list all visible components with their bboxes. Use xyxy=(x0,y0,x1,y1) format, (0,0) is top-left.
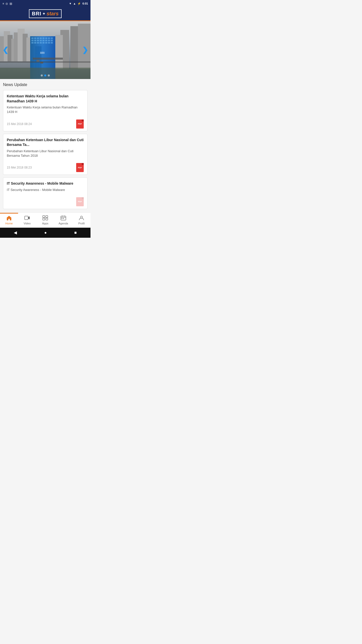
svg-rect-39 xyxy=(48,42,50,44)
news-card-1-pdf-icon[interactable]: PDF xyxy=(76,119,84,129)
pdf-label-3: PDF xyxy=(78,200,82,203)
nav-label-home: Home xyxy=(5,222,13,225)
agenda-icon xyxy=(61,215,66,221)
svg-rect-57 xyxy=(62,218,62,219)
news-card-2[interactable]: Perubahan Ketentuan Libur Nasional dan C… xyxy=(3,134,87,175)
message-icon: ≡ xyxy=(3,2,4,5)
svg-rect-28 xyxy=(40,40,42,41)
battery-icon: ⚡ xyxy=(77,2,81,5)
svg-rect-34 xyxy=(34,42,36,44)
svg-rect-24 xyxy=(51,37,53,39)
news-card-3-footer: PDF xyxy=(7,197,84,206)
svg-rect-38 xyxy=(45,42,47,44)
logo-star-icon: ✦ xyxy=(42,11,46,16)
app-logo: BRI ✦ stars xyxy=(29,9,62,18)
svg-rect-43 xyxy=(0,61,90,63)
nav-label-agenda: Agenda xyxy=(59,222,68,225)
nav-item-home[interactable]: Home xyxy=(0,213,18,228)
android-nav-bar: ◀ ● ■ xyxy=(0,228,90,238)
video-icon xyxy=(24,215,30,221)
news-card-1-desc: Ketentuan Waktu Kerja selama bulan Ramad… xyxy=(7,105,84,114)
profil-icon xyxy=(79,215,84,221)
android-back-button[interactable]: ◀ xyxy=(14,230,17,235)
app-header: BRI ✦ stars xyxy=(0,7,90,21)
news-card-2-title: Perubahan Ketentuan Libur Nasional dan C… xyxy=(7,138,84,147)
news-card-1-title: Ketentuan Waktu Kerja selama bulan Ramad… xyxy=(7,94,84,104)
svg-rect-37 xyxy=(42,42,44,44)
svg-rect-17 xyxy=(31,37,33,39)
android-home-button[interactable]: ● xyxy=(44,230,47,235)
signal-icon: ▲ xyxy=(73,2,76,5)
svg-rect-35 xyxy=(37,42,39,44)
card-icon: ▤ xyxy=(10,2,12,5)
nav-item-agenda[interactable]: Agenda xyxy=(54,213,72,228)
svg-rect-45 xyxy=(36,60,39,62)
svg-point-59 xyxy=(80,216,82,218)
main-content: News Update Ketentuan Waktu Kerja selama… xyxy=(0,79,90,213)
news-card-3-title: IT Security Awareness - Mobile Malware xyxy=(7,181,84,186)
news-card-2-desc: Perubahan Ketentuan Libur Nasional dan C… xyxy=(7,149,84,158)
apps-icon xyxy=(42,215,48,221)
svg-rect-46 xyxy=(40,62,43,63)
svg-marker-48 xyxy=(28,216,30,219)
svg-rect-30 xyxy=(45,40,47,41)
status-bar: ≡ ◎ ▤ ▼ ▲ ⚡ 6:01 xyxy=(0,0,90,7)
news-card-1[interactable]: Ketentuan Waktu Kerja selama bulan Ramad… xyxy=(3,90,87,131)
svg-rect-40 xyxy=(51,42,53,44)
news-card-1-date: 15 Mei 2018 08:24 xyxy=(7,122,32,126)
svg-rect-42 xyxy=(33,58,63,60)
slider-dot-3[interactable] xyxy=(48,74,50,76)
logo-bri-text: BRI xyxy=(32,11,41,17)
nav-item-apps[interactable]: Apps xyxy=(36,213,54,228)
news-card-1-footer: 15 Mei 2018 08:24 PDF xyxy=(7,119,84,129)
android-recent-button[interactable]: ■ xyxy=(74,230,77,235)
svg-rect-58 xyxy=(63,218,64,219)
status-left-icons: ≡ ◎ ▤ xyxy=(3,2,12,5)
slider-dots xyxy=(41,74,50,76)
svg-rect-32 xyxy=(51,40,53,41)
home-icon xyxy=(6,215,12,221)
hero-image: BRI xyxy=(0,21,90,79)
svg-rect-50 xyxy=(46,216,48,218)
svg-rect-27 xyxy=(37,40,39,41)
svg-text:BRI: BRI xyxy=(40,52,44,54)
news-card-2-footer: 15 Mei 2018 08:23 PDF xyxy=(7,163,84,172)
svg-rect-44 xyxy=(0,68,90,79)
svg-rect-33 xyxy=(31,42,33,44)
nav-label-apps: Apps xyxy=(42,222,48,225)
news-card-2-date: 15 Mei 2018 08:23 xyxy=(7,166,32,169)
news-card-3-desc: IT Security Awareness - Mobile Malware xyxy=(7,188,84,192)
slider-prev-button[interactable]: ❮ xyxy=(0,44,11,56)
svg-rect-19 xyxy=(37,37,39,39)
svg-rect-21 xyxy=(42,37,44,39)
svg-rect-29 xyxy=(42,40,44,41)
news-section-title: News Update xyxy=(3,83,87,87)
logo-stars-text: stars xyxy=(47,11,59,17)
time-display: 6:01 xyxy=(82,2,88,5)
circle-icon: ◎ xyxy=(6,2,8,5)
wifi-icon: ▼ xyxy=(69,2,72,5)
svg-rect-49 xyxy=(43,216,45,218)
status-right-icons: ▼ ▲ ⚡ 6:01 xyxy=(69,2,88,5)
svg-rect-12 xyxy=(55,35,63,69)
svg-rect-47 xyxy=(25,216,28,220)
pdf-label-2: PDF xyxy=(78,167,82,169)
svg-rect-23 xyxy=(48,37,50,39)
news-card-2-pdf-icon[interactable]: PDF xyxy=(76,163,84,172)
svg-rect-20 xyxy=(40,37,42,39)
news-card-3-pdf-icon[interactable]: PDF xyxy=(76,197,84,206)
nav-item-video[interactable]: Video xyxy=(18,213,36,228)
hero-slider: BRI ❮ ❯ xyxy=(0,21,90,79)
bottom-navigation: Home Video Apps xyxy=(0,213,90,228)
nav-item-profil[interactable]: Profil xyxy=(72,213,90,228)
svg-rect-31 xyxy=(48,40,50,41)
news-card-3[interactable]: IT Security Awareness - Mobile Malware I… xyxy=(3,177,87,209)
nav-label-profil: Profil xyxy=(78,222,84,225)
slider-dot-1[interactable] xyxy=(41,74,43,76)
slider-dot-2[interactable] xyxy=(44,74,46,76)
svg-rect-26 xyxy=(34,40,36,41)
nav-label-video: Video xyxy=(24,222,31,225)
slider-next-button[interactable]: ❯ xyxy=(80,44,90,56)
svg-rect-36 xyxy=(40,42,42,44)
svg-rect-18 xyxy=(34,37,36,39)
